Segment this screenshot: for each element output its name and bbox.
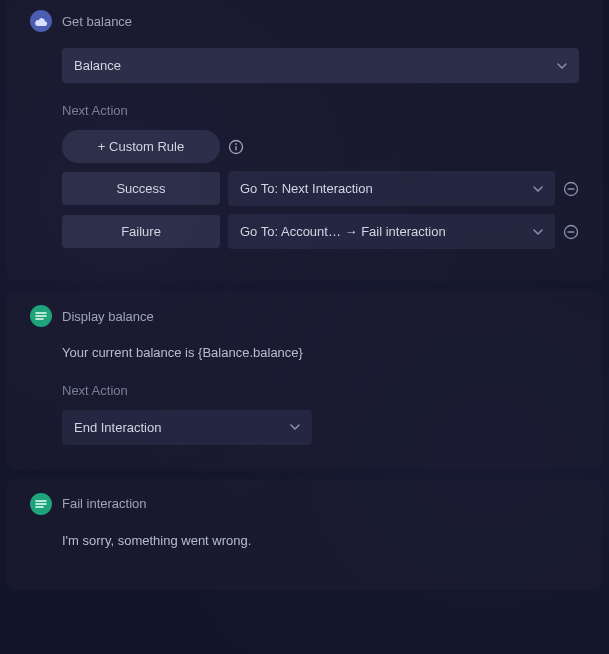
text-lines-icon <box>30 493 52 515</box>
message-text: Your current balance is {Balance.balance… <box>62 343 579 363</box>
success-pill[interactable]: Success <box>62 172 220 205</box>
failure-target-value: Go To: Account… → Fail interaction <box>240 224 446 239</box>
card-body: Balance Next Action + Custom Rule Succes… <box>62 48 579 249</box>
card-title: Get balance <box>62 14 132 29</box>
success-target-select[interactable]: Go To: Next Interaction <box>228 171 555 206</box>
card-body: I'm sorry, something went wrong. <box>62 531 579 551</box>
cloud-icon <box>30 10 52 32</box>
card-body: Your current balance is {Balance.balance… <box>62 343 579 445</box>
text-lines-icon <box>30 305 52 327</box>
balance-select-value: Balance <box>74 58 121 73</box>
card-header: Fail interaction <box>30 489 579 515</box>
failure-pill[interactable]: Failure <box>62 215 220 248</box>
balance-select[interactable]: Balance <box>62 48 579 83</box>
custom-rule-row: + Custom Rule <box>62 130 579 163</box>
chevron-down-icon <box>557 63 567 69</box>
next-action-value: End Interaction <box>74 420 161 435</box>
remove-rule-icon[interactable] <box>563 224 579 240</box>
card-title: Display balance <box>62 309 154 324</box>
info-icon[interactable] <box>228 139 244 155</box>
success-target-value: Go To: Next Interaction <box>240 181 373 196</box>
remove-rule-icon[interactable] <box>563 181 579 197</box>
card-get-balance: Get balance Balance Next Action + Custom… <box>6 0 603 281</box>
failure-target-select[interactable]: Go To: Account… → Fail interaction <box>228 214 555 249</box>
next-action-label: Next Action <box>62 103 579 118</box>
card-fail-interaction: Fail interaction I'm sorry, something we… <box>6 479 603 591</box>
rule-row-failure: Failure Go To: Account… → Fail interacti… <box>62 214 579 249</box>
rule-row-success: Success Go To: Next Interaction <box>62 171 579 206</box>
next-action-select[interactable]: End Interaction <box>62 410 312 445</box>
next-action-label: Next Action <box>62 383 579 398</box>
card-header: Get balance <box>30 6 579 32</box>
message-text: I'm sorry, something went wrong. <box>62 531 579 551</box>
card-title: Fail interaction <box>62 496 147 511</box>
chevron-down-icon <box>533 229 543 235</box>
svg-rect-2 <box>235 146 236 151</box>
chevron-down-icon <box>290 424 300 430</box>
card-display-balance: Display balance Your current balance is … <box>6 291 603 469</box>
card-header: Display balance <box>30 301 579 327</box>
chevron-down-icon <box>533 186 543 192</box>
add-custom-rule-button[interactable]: + Custom Rule <box>62 130 220 163</box>
svg-point-1 <box>235 143 237 145</box>
